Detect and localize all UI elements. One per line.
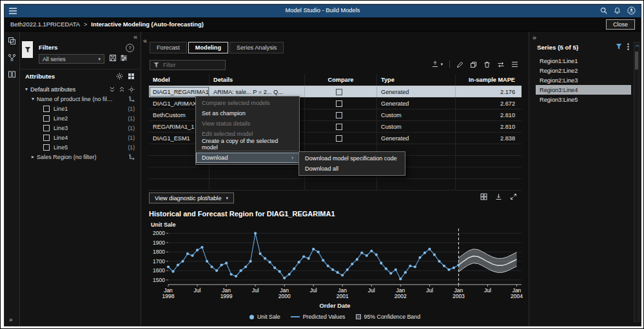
collapse-main-icon[interactable]: « (143, 37, 147, 44)
chevron-down-icon[interactable]: ▾ (25, 86, 28, 92)
series-menu-icon[interactable] (627, 43, 629, 50)
series-filter-icon[interactable] (616, 43, 622, 50)
breadcrumb-project[interactable]: Beth2022.1.1PRICEDATA (10, 21, 80, 28)
pipelines-icon[interactable] (8, 53, 17, 62)
series-item-region1-line1[interactable]: Region1:Line1 (536, 56, 631, 66)
attribute-root-row[interactable]: ▾Default attributes (20, 84, 141, 94)
compare-models-icon[interactable] (497, 61, 505, 68)
table-view-icon[interactable] (480, 193, 487, 200)
download-submenu: Download model specification codeDownloa… (298, 151, 405, 176)
svg-text:2001: 2001 (337, 293, 349, 299)
comparison-icon[interactable] (8, 70, 17, 79)
filter-options-icon[interactable] (120, 54, 128, 62)
tab-forecast[interactable]: Forecast (150, 42, 187, 53)
line-swatch-icon (291, 316, 300, 317)
tab-modeling[interactable]: Modeling (188, 42, 228, 53)
expand-series-panel-icon[interactable]: » (532, 33, 536, 41)
expand-rail-icon[interactable]: » (9, 316, 13, 323)
value-checkbox[interactable] (43, 135, 50, 141)
svg-text:1700: 1700 (153, 258, 165, 265)
attribute-value-row[interactable]: Line4(1) (20, 133, 141, 142)
chevron-down-icon[interactable]: ▾ (32, 96, 34, 102)
attribute-value-row[interactable]: Line2(1) (20, 113, 141, 123)
menu-item-view-status-details: View status details (196, 118, 299, 129)
grid-icon[interactable] (128, 73, 135, 80)
legend-item-unit-sale: Unit Sale (249, 314, 280, 320)
maximize-chart-icon[interactable] (510, 193, 517, 200)
model-filter-box[interactable] (150, 60, 226, 70)
series-item-region3-line4[interactable]: Region3:Line4 (536, 85, 631, 95)
series-item-region3-line5[interactable]: Region3:Line5 (536, 95, 631, 104)
filters-tab-icon[interactable] (22, 41, 33, 58)
model-toolbar: ▾ (431, 61, 518, 68)
compare-checkbox[interactable] (336, 89, 342, 95)
collapse-all-icon[interactable] (119, 86, 125, 93)
submenu-item-download-all[interactable]: Download all (299, 164, 405, 174)
menu-item-set-as-champion[interactable]: Set as champion (196, 108, 299, 118)
compare-checkbox[interactable] (336, 112, 342, 118)
attribute-group-row[interactable]: ▾Name of product line (no filt... (20, 94, 141, 104)
user-avatar-icon[interactable] (627, 6, 636, 15)
copy-model-icon[interactable] (470, 61, 477, 68)
value-checkbox[interactable] (43, 144, 50, 151)
attribute-value-row[interactable]: Line5(1) (20, 142, 141, 152)
type-cell: Generated (377, 86, 456, 97)
menu-item-create-a-copy-of-the-selected-model[interactable]: Create a copy of the selected model (196, 139, 299, 149)
top-app-bar: Model Studio - Build Models (5, 5, 641, 17)
edit-model-icon[interactable] (456, 61, 463, 68)
app-menu-icon[interactable] (9, 8, 17, 14)
chevron-right-icon[interactable]: ▸ (32, 154, 34, 160)
submenu-item-download-model-specification-code[interactable]: Download model specification code (299, 153, 405, 164)
series-item-region2-line3[interactable]: Region2:Line3 (536, 75, 631, 85)
svg-text:1998: 1998 (162, 293, 175, 299)
data-icon[interactable] (8, 37, 17, 46)
scrollbar-thumb[interactable] (635, 52, 638, 70)
compare-checkbox[interactable] (336, 135, 342, 142)
attributes-tools (116, 73, 135, 80)
svg-text:2002: 2002 (395, 293, 407, 299)
settings-gear-icon[interactable] (128, 86, 135, 93)
series-scrollbar[interactable] (634, 42, 639, 322)
value-checkbox[interactable] (43, 106, 50, 112)
expand-all-icon[interactable] (109, 86, 115, 93)
value-checkbox[interactable] (43, 125, 50, 131)
menu-item-label: Create a copy of the selected model (202, 138, 293, 151)
tab-series-analysis[interactable]: Series Analysis (229, 42, 284, 53)
close-button[interactable]: Close (606, 19, 635, 30)
attribute-value-row[interactable]: Line3(1) (20, 123, 141, 133)
value-count: (1) (128, 144, 135, 151)
export-menu-icon[interactable]: ▾ (431, 61, 443, 68)
attribute-group-row[interactable]: ▸Sales Region (no filter) (20, 152, 141, 162)
manage-columns-icon[interactable] (511, 61, 518, 68)
chart-title: Historical and Forecast Region for DIAG1… (149, 210, 335, 218)
attribute-value-row[interactable]: Line1(1) (20, 104, 141, 113)
series-item-region2-line2[interactable]: Region2:Line2 (536, 66, 631, 75)
menu-item-compare-selected-models: Compare selected models (196, 98, 299, 108)
search-icon[interactable] (600, 7, 607, 14)
compare-checkbox[interactable] (336, 100, 342, 107)
svg-text:1800: 1800 (153, 249, 165, 255)
empty-cell (210, 179, 305, 190)
collapse-filters-icon[interactable]: « (133, 33, 137, 41)
toolbar-divider (449, 61, 450, 68)
hierarchy-icon[interactable] (128, 154, 135, 160)
compare-cell (305, 121, 377, 132)
compare-checkbox[interactable] (336, 124, 342, 130)
model-filter-input[interactable] (162, 61, 222, 69)
settings-gear-icon[interactable] (116, 73, 123, 80)
value-checkbox[interactable] (43, 115, 50, 122)
filter-funnel-icon (153, 62, 159, 68)
legend-item-predicted-values: Predicted Values (291, 314, 346, 320)
download-chart-icon[interactable] (495, 193, 502, 200)
help-icon[interactable]: ? (126, 44, 134, 52)
notifications-icon[interactable] (614, 7, 621, 14)
dot-swatch-icon (249, 315, 254, 319)
menu-item-download[interactable]: Download› (196, 153, 299, 163)
chart-legend: Unit SalePredicted Values95% Confidence … (141, 314, 529, 320)
diagnostic-plot-button[interactable]: View diagnostic plot/table ▾ (149, 193, 234, 203)
series-filter-dropdown[interactable]: All series ▾ (39, 54, 104, 64)
save-filter-icon[interactable] (109, 54, 117, 62)
delete-model-icon[interactable] (483, 61, 491, 68)
hierarchy-icon[interactable] (128, 96, 135, 102)
scroll-up-icon[interactable] (635, 44, 639, 48)
